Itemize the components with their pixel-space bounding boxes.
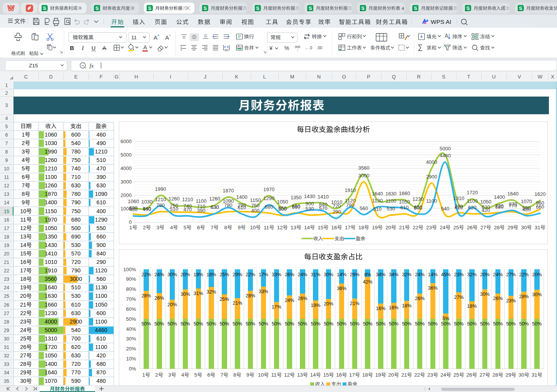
svg-text:1210: 1210 <box>182 197 193 202</box>
svg-text:24%: 24% <box>285 298 294 303</box>
svg-text:510: 510 <box>97 157 106 163</box>
svg-text:21: 21 <box>401 372 407 378</box>
svg-text:33%: 33% <box>259 289 268 294</box>
svg-text:1150: 1150 <box>250 197 261 203</box>
svg-text:28%: 28% <box>141 293 151 299</box>
svg-text:5: 5 <box>194 372 197 378</box>
svg-text:12: 12 <box>277 225 283 230</box>
svg-text:480: 480 <box>97 378 106 384</box>
svg-text:M: M <box>290 74 294 80</box>
svg-text:400: 400 <box>251 208 260 214</box>
svg-text:420: 420 <box>482 207 490 213</box>
svg-text:50%: 50% <box>207 321 216 327</box>
svg-text:21%: 21% <box>350 301 360 306</box>
svg-text:16: 16 <box>4 217 9 223</box>
svg-text:780: 780 <box>71 148 80 155</box>
svg-text:1090: 1090 <box>223 198 234 204</box>
svg-text:870: 870 <box>509 201 517 207</box>
svg-text:50%: 50% <box>246 321 255 327</box>
svg-text:1310: 1310 <box>45 335 57 342</box>
svg-text:3: 3 <box>156 225 159 230</box>
svg-text:28: 28 <box>20 361 26 367</box>
svg-text:720: 720 <box>71 259 80 265</box>
svg-text:50%: 50% <box>181 321 190 327</box>
svg-text:50%: 50% <box>519 321 529 327</box>
svg-text:900: 900 <box>305 201 314 207</box>
svg-text:1100: 1100 <box>45 174 57 180</box>
svg-text:5000: 5000 <box>440 146 451 152</box>
svg-text:15: 15 <box>318 225 323 230</box>
svg-text:36%: 36% <box>337 286 346 291</box>
svg-text:490: 490 <box>143 206 151 212</box>
svg-text:2: 2 <box>22 140 25 146</box>
svg-text:1410: 1410 <box>318 194 329 200</box>
svg-text:6: 6 <box>5 132 8 138</box>
svg-text:27%: 27% <box>454 295 464 300</box>
svg-text:24%: 24% <box>493 272 503 277</box>
svg-text:50%: 50% <box>141 321 151 327</box>
svg-text:31: 31 <box>532 372 537 378</box>
svg-text:A: A <box>154 34 157 41</box>
svg-text:29: 29 <box>4 328 9 333</box>
svg-text:3000: 3000 <box>358 173 370 178</box>
svg-text:1100: 1100 <box>95 293 107 299</box>
svg-text:50%: 50% <box>233 321 242 327</box>
svg-text:20%: 20% <box>324 301 333 307</box>
svg-text:18: 18 <box>20 276 26 282</box>
svg-text:WPS AI: WPS AI <box>431 18 451 25</box>
svg-text:1060: 1060 <box>45 132 57 138</box>
svg-text:9: 9 <box>5 158 8 163</box>
svg-text:13: 13 <box>20 234 26 240</box>
svg-text:T: T <box>467 74 470 80</box>
svg-text:.00: .00 <box>317 46 322 50</box>
svg-text:18%: 18% <box>402 303 411 309</box>
svg-text:600: 600 <box>414 205 422 211</box>
svg-text:8: 8 <box>224 225 227 230</box>
svg-text:A: A <box>165 34 169 41</box>
svg-text:23: 23 <box>426 225 432 230</box>
svg-text:S: S <box>361 6 365 11</box>
svg-text:26: 26 <box>467 372 472 378</box>
svg-text:20%: 20% <box>532 272 542 277</box>
svg-text:30%: 30% <box>181 292 190 297</box>
svg-text:460: 460 <box>97 132 106 138</box>
svg-text:9: 9 <box>22 199 25 205</box>
svg-text:900: 900 <box>97 242 106 248</box>
svg-text:100%: 100% <box>123 267 136 272</box>
svg-text:630: 630 <box>97 182 106 188</box>
svg-text:30: 30 <box>519 372 524 378</box>
svg-text:1260: 1260 <box>45 157 57 163</box>
svg-text:11: 11 <box>264 225 269 230</box>
svg-text:1660: 1660 <box>399 190 410 196</box>
svg-text:470: 470 <box>97 165 106 172</box>
svg-text:50%: 50% <box>467 321 477 327</box>
svg-text:20%: 20% <box>181 272 190 277</box>
svg-text:8: 8 <box>5 149 8 155</box>
svg-text:12: 12 <box>4 183 9 188</box>
svg-text:23%: 23% <box>506 298 516 304</box>
svg-text:F: F <box>100 74 103 80</box>
svg-text:27%: 27% <box>506 272 516 277</box>
svg-text:15: 15 <box>20 250 26 257</box>
svg-text:22%: 22% <box>141 272 151 277</box>
svg-text:50%: 50% <box>126 316 136 322</box>
svg-text:1630: 1630 <box>385 191 396 197</box>
svg-text:19: 19 <box>20 284 26 290</box>
svg-text:W: W <box>538 74 543 80</box>
svg-text:31: 31 <box>535 225 540 230</box>
svg-text:1910: 1910 <box>45 267 57 274</box>
svg-text:10: 10 <box>4 166 9 172</box>
svg-text:390: 390 <box>97 174 106 180</box>
svg-text:7: 7 <box>5 141 8 146</box>
svg-text:60%: 60% <box>126 306 136 312</box>
svg-text:5000: 5000 <box>120 152 132 158</box>
svg-text:K: K <box>235 74 238 80</box>
svg-text:30%: 30% <box>167 272 177 277</box>
svg-text:540: 540 <box>441 206 450 212</box>
svg-text:1640: 1640 <box>507 191 519 197</box>
svg-text:24: 24 <box>440 225 446 230</box>
svg-text:610: 610 <box>97 335 106 342</box>
svg-text:+: + <box>157 33 160 37</box>
svg-text:29: 29 <box>505 372 511 378</box>
svg-text:13: 13 <box>4 192 9 197</box>
